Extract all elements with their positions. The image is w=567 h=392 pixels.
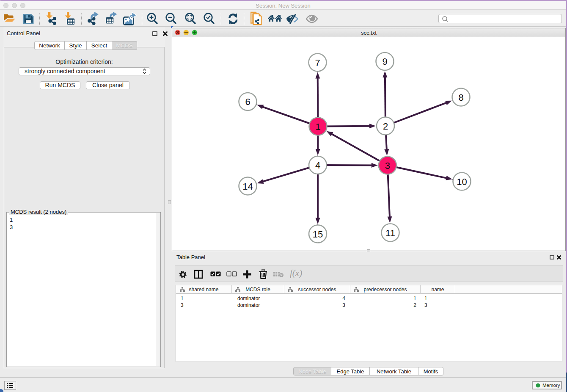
svg-text:2: 2 (383, 121, 388, 132)
svg-text:10: 10 (457, 177, 467, 187)
svg-text:7: 7 (315, 58, 320, 68)
svg-text:3: 3 (385, 160, 390, 171)
svg-text:9: 9 (382, 56, 387, 67)
svg-text:8: 8 (458, 92, 463, 103)
svg-text:14: 14 (242, 181, 253, 192)
svg-text:6: 6 (245, 97, 250, 107)
svg-text:4: 4 (315, 160, 320, 171)
svg-text:1: 1 (315, 121, 320, 132)
svg-text:15: 15 (313, 229, 323, 240)
svg-text:11: 11 (385, 228, 395, 238)
